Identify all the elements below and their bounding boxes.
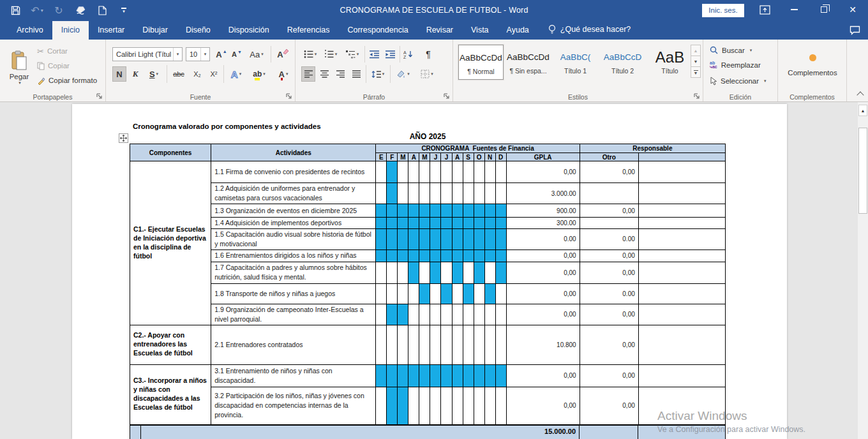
gantt-cell[interactable]: [387, 183, 398, 204]
gantt-cell[interactable]: [495, 387, 506, 424]
minimize-button[interactable]: [783, 0, 805, 19]
total-row-cell[interactable]: [130, 426, 141, 439]
gantt-cell[interactable]: [484, 218, 495, 229]
gantt-cell[interactable]: [463, 283, 474, 304]
header-resp-blank[interactable]: [638, 153, 725, 161]
gantt-cell[interactable]: [376, 249, 387, 262]
responsable-cell[interactable]: [638, 304, 725, 325]
gpla-value-cell[interactable]: 0.00: [506, 229, 580, 250]
gantt-cell[interactable]: [408, 229, 419, 250]
gantt-cell[interactable]: [419, 229, 430, 250]
gantt-cell[interactable]: [474, 183, 484, 204]
gantt-cell[interactable]: [430, 262, 441, 283]
tab-ayuda[interactable]: Ayuda: [498, 21, 538, 40]
otro-value-cell[interactable]: 0.00: [580, 283, 638, 304]
gantt-cell[interactable]: [441, 283, 452, 304]
gantt-cell[interactable]: [387, 218, 398, 229]
gantt-cell[interactable]: [463, 229, 474, 250]
responsable-cell[interactable]: [638, 183, 725, 204]
gantt-cell[interactable]: [419, 304, 430, 325]
gantt-cell[interactable]: [484, 204, 495, 218]
numbering-button[interactable]: ▾: [322, 47, 340, 62]
styles-scroll-up-icon[interactable]: ▲: [691, 45, 701, 56]
gantt-cell[interactable]: [474, 204, 484, 218]
gantt-cell[interactable]: [474, 387, 484, 424]
gantt-cell[interactable]: [408, 218, 419, 229]
otro-value-cell[interactable]: 0,00: [580, 387, 638, 424]
activity-cell[interactable]: 2.1 Entrenadores contratados: [211, 325, 376, 364]
select-button[interactable]: Seleccionar▾: [710, 77, 767, 86]
activity-cell[interactable]: 1.9 Organización de campeonato Inter-Esc…: [211, 304, 376, 325]
activity-cell[interactable]: 1.8 Transporte de niños y niñas a juegos: [211, 283, 376, 304]
document-page[interactable]: Cronograma valorado por componentes y ac…: [72, 104, 787, 439]
gantt-cell[interactable]: [387, 204, 398, 218]
gantt-cell[interactable]: [474, 325, 484, 364]
show-marks-button[interactable]: ¶: [421, 47, 435, 62]
line-spacing-button[interactable]: ▾: [368, 66, 387, 82]
text-effects-button[interactable]: A▾: [227, 66, 246, 82]
find-button[interactable]: Buscar▾: [710, 46, 752, 54]
gantt-cell[interactable]: [495, 183, 506, 204]
header-month-12[interactable]: D: [495, 153, 506, 161]
header-cronograma[interactable]: CRONOGRAMA Fuentes de Financia: [376, 144, 580, 153]
gantt-cell[interactable]: [408, 249, 419, 262]
strikethrough-button[interactable]: abc: [170, 66, 188, 82]
gantt-cell[interactable]: [387, 283, 398, 304]
gantt-cell[interactable]: [441, 204, 452, 218]
activity-cell[interactable]: 1.4 Adquisición de implementos deportivo…: [211, 218, 376, 229]
otro-value-cell[interactable]: 0,00: [580, 304, 638, 325]
styles-gallery-expand-icon[interactable]: ▼: [691, 66, 701, 78]
activity-cell[interactable]: 1.5 Capacitación audio visual sobre hist…: [211, 229, 376, 250]
gantt-cell[interactable]: [463, 325, 474, 364]
gantt-cell[interactable]: [419, 364, 430, 387]
gantt-cell[interactable]: [387, 387, 398, 424]
gantt-cell[interactable]: [452, 364, 463, 387]
gantt-cell[interactable]: [495, 262, 506, 283]
gpla-value-cell[interactable]: 10.800: [506, 325, 580, 364]
activity-cell[interactable]: 1.1 Firma de convenio con presidentes de…: [211, 161, 376, 183]
gantt-cell[interactable]: [408, 325, 419, 364]
gantt-cell[interactable]: [387, 249, 398, 262]
otro-value-cell[interactable]: [580, 183, 638, 204]
gantt-cell[interactable]: [376, 161, 387, 183]
responsable-cell[interactable]: [638, 262, 725, 283]
gantt-cell[interactable]: [376, 283, 387, 304]
gantt-cell[interactable]: [441, 387, 452, 424]
gantt-cell[interactable]: [419, 387, 430, 424]
gantt-cell[interactable]: [452, 229, 463, 250]
header-month-3[interactable]: M: [398, 153, 408, 161]
feedback-comment-icon[interactable]: [849, 26, 860, 35]
gpla-value-cell[interactable]: 0,00: [506, 387, 580, 424]
gantt-cell[interactable]: [376, 204, 387, 218]
bold-button[interactable]: N: [112, 66, 126, 82]
otro-value-cell[interactable]: 0,00: [580, 364, 638, 387]
copy-button[interactable]: Copiar: [37, 60, 70, 71]
gantt-cell[interactable]: [474, 364, 484, 387]
gantt-cell[interactable]: [408, 283, 419, 304]
grow-font-button[interactable]: A▲: [214, 47, 228, 62]
gantt-cell[interactable]: [398, 161, 408, 183]
header-month-4[interactable]: A: [408, 153, 419, 161]
gantt-cell[interactable]: [474, 229, 484, 250]
gpla-value-cell[interactable]: 0,00: [506, 262, 580, 283]
activity-cell[interactable]: 1.3 Organización de eventos en diciembre…: [211, 204, 376, 218]
total-gpla-cell[interactable]: 15.000.00: [141, 426, 580, 439]
gantt-cell[interactable]: [387, 161, 398, 183]
header-month-11[interactable]: N: [484, 153, 495, 161]
gantt-cell[interactable]: [408, 183, 419, 204]
style-card-2[interactable]: AaBbCcDd¶ Sin espa...: [505, 45, 551, 80]
component-cell-c2[interactable]: C2.- Apoyar con entrenadores las Escuela…: [130, 325, 211, 364]
decrease-indent-button[interactable]: [367, 47, 381, 62]
responsable-cell[interactable]: [638, 364, 725, 387]
gantt-cell[interactable]: [398, 364, 408, 387]
shading-button[interactable]: ▾: [393, 66, 413, 82]
style-card-1[interactable]: AaBbCcDd¶ Normal: [458, 45, 504, 80]
gantt-cell[interactable]: [398, 183, 408, 204]
highlight-button[interactable]: ab▾: [249, 66, 269, 82]
gantt-cell[interactable]: [419, 262, 430, 283]
gantt-cell[interactable]: [452, 283, 463, 304]
gantt-cell[interactable]: [376, 183, 387, 204]
align-left-button[interactable]: [301, 66, 315, 82]
gantt-cell[interactable]: [452, 325, 463, 364]
gantt-cell[interactable]: [387, 325, 398, 364]
